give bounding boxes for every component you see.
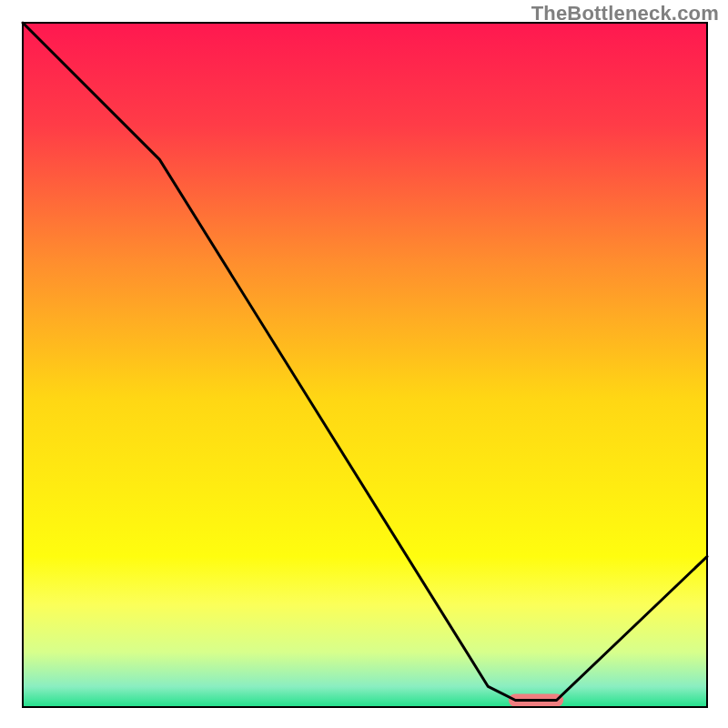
bottleneck-chart (0, 0, 728, 728)
watermark-text: TheBottleneck.com (531, 2, 719, 25)
chart-container: TheBottleneck.com (0, 0, 728, 728)
